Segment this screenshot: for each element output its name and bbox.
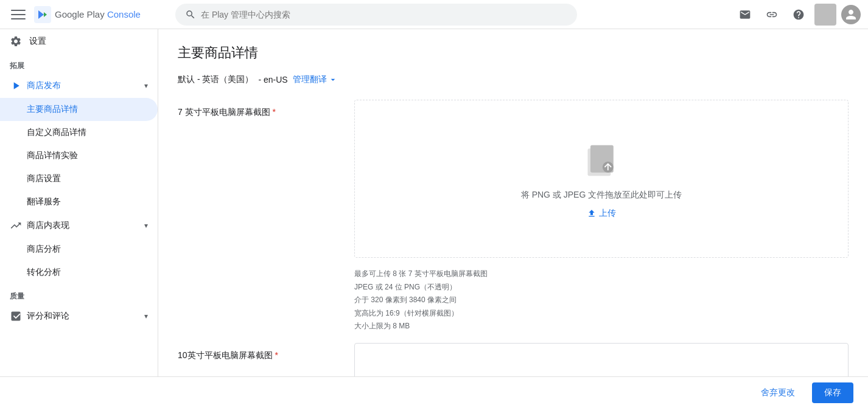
sidebar-item-main-listing[interactable]: 主要商品详情	[0, 98, 158, 121]
tablet7-info-row: 最多可上传 8 张 7 英寸平板电脑屏幕截图 JPEG 或 24 位 PNG（不…	[178, 263, 849, 333]
notification-button[interactable]	[734, 4, 756, 26]
sidebar-item-custom-listing[interactable]: 自定义商品详情	[0, 121, 158, 144]
store-settings-label: 商店设置	[27, 173, 61, 184]
conversion-analysis-label: 转化分析	[27, 267, 61, 278]
main-layout: 设置 拓展 商店发布 ▾ 主要商品详情 自定义商品详情 商品详情实验 商店设置 …	[0, 29, 868, 376]
help-icon	[793, 9, 805, 21]
manage-translate-button[interactable]: 管理翻译	[293, 74, 338, 85]
quality-section-label: 质量	[0, 284, 158, 304]
custom-listing-label: 自定义商品详情	[27, 127, 86, 138]
play-console-logo-icon	[34, 6, 51, 23]
bottom-bar: 舍弃更改 保存	[0, 376, 868, 408]
expand-section-label: 拓展	[0, 54, 158, 74]
tablet7-required: *	[273, 107, 276, 117]
sidebar-store-performance-group[interactable]: 商店内表现 ▾	[0, 213, 158, 238]
notification-icon	[739, 9, 751, 21]
app-title: Google Play Console	[55, 9, 141, 19]
help-button[interactable]	[788, 4, 810, 26]
sidebar-item-store-analysis[interactable]: 商店分析	[0, 238, 158, 261]
tablet7-info-text: 最多可上传 8 张 7 英寸平板电脑屏幕截图 JPEG 或 24 位 PNG（不…	[354, 268, 488, 333]
header-left: Google Play Console	[7, 4, 166, 26]
tablet10-label: 10英寸平板电脑屏幕截图	[178, 350, 273, 360]
main-listing-label: 主要商品详情	[27, 104, 78, 115]
link-icon	[766, 9, 778, 21]
sidebar-item-store-settings[interactable]: 商店设置	[0, 167, 158, 190]
header-right	[734, 4, 861, 26]
store-publish-label: 商店发布	[27, 80, 61, 91]
tablet10-required: *	[275, 350, 278, 360]
hamburger-icon	[11, 7, 26, 22]
rating-review-label: 评分和评论	[27, 311, 69, 322]
search-input[interactable]	[201, 10, 567, 19]
sidebar-item-conversion-analysis[interactable]: 转化分析	[0, 261, 158, 284]
search-icon	[185, 9, 196, 20]
avatar-icon	[845, 9, 857, 21]
dropdown-icon	[328, 75, 338, 85]
header: Google Play Console	[0, 0, 868, 29]
lang-code: - en-US	[258, 75, 287, 85]
tablet10-upload-area[interactable]	[354, 343, 849, 376]
tablet10-label-col: 10英寸平板电脑屏幕截图 *	[178, 343, 354, 361]
translate-service-label: 翻译服务	[27, 196, 61, 207]
default-lang-label: 默认 - 英语（美国）	[178, 74, 253, 85]
tablet7-label: 7 英寸平板电脑屏幕截图	[178, 107, 270, 117]
tablet7-upload-area[interactable]: 将 PNG 或 JPEG 文件拖放至此处即可上传 上传	[354, 100, 849, 258]
sidebar-rating-review-group[interactable]: 评分和评论 ▾	[0, 304, 158, 328]
sidebar-item-settings[interactable]: 设置	[0, 29, 158, 54]
store-publish-icon	[10, 80, 22, 92]
store-analysis-label: 商店分析	[27, 244, 61, 255]
listing-experiment-label: 商品详情实验	[27, 150, 78, 161]
tablet10-section: 10英寸平板电脑屏幕截图 *	[178, 343, 849, 376]
avatar[interactable]	[841, 5, 861, 24]
tablet7-section: 7 英寸平板电脑屏幕截图 * 将 PNG 或 JPEG 文件拖放至此处即可上传	[178, 100, 849, 258]
app-icon-thumbnail[interactable]	[814, 4, 836, 26]
discard-button[interactable]: 舍弃更改	[751, 382, 805, 403]
upload-link[interactable]: 上传	[587, 208, 616, 219]
save-button[interactable]: 保存	[812, 382, 853, 403]
sidebar-item-translate-service[interactable]: 翻译服务	[0, 190, 158, 213]
chevron-down-icon2: ▾	[144, 221, 148, 230]
sidebar-item-listing-experiment[interactable]: 商品详情实验	[0, 144, 158, 167]
store-performance-icon	[10, 220, 22, 232]
link-button[interactable]	[761, 4, 783, 26]
lang-bar: 默认 - 英语（美国） - en-US 管理翻译	[178, 74, 849, 85]
logo-container: Google Play Console	[34, 6, 141, 23]
chevron-down-icon: ▾	[144, 81, 148, 90]
store-performance-label: 商店内表现	[27, 220, 69, 231]
upload-hint-text: 将 PNG 或 JPEG 文件拖放至此处即可上传	[521, 190, 682, 201]
tablet7-label-col: 7 英寸平板电脑屏幕截图 *	[178, 100, 354, 118]
settings-label: 设置	[29, 36, 46, 47]
sidebar: 设置 拓展 商店发布 ▾ 主要商品详情 自定义商品详情 商品详情实验 商店设置 …	[0, 29, 158, 376]
chevron-down-icon3: ▾	[144, 312, 148, 320]
hamburger-button[interactable]	[7, 4, 29, 26]
rating-icon	[10, 310, 22, 322]
settings-icon	[10, 35, 22, 47]
tablet7-info: 最多可上传 8 张 7 英寸平板电脑屏幕截图 JPEG 或 24 位 PNG（不…	[354, 263, 488, 333]
content-area: 主要商品详情 默认 - 英语（美国） - en-US 管理翻译 7 英寸平板电脑…	[158, 29, 868, 376]
search-bar[interactable]	[175, 4, 577, 26]
page-title: 主要商品详情	[178, 44, 849, 62]
upload-placeholder-icon	[579, 139, 623, 182]
sidebar-store-publish-group[interactable]: 商店发布 ▾	[0, 74, 158, 98]
upload-icon	[587, 209, 597, 218]
